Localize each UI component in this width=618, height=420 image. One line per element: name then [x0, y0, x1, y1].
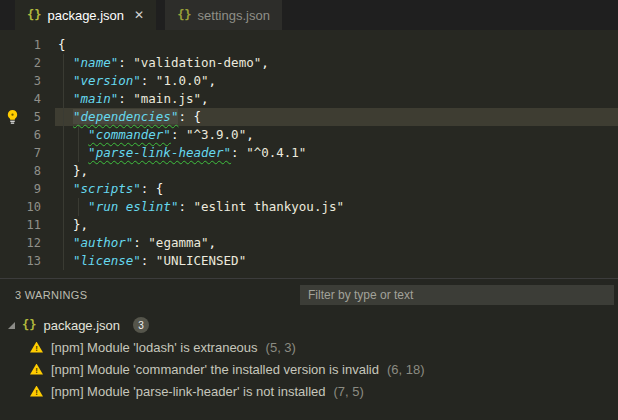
line-number: 13	[0, 252, 44, 270]
problems-header: 3 WARNINGS	[0, 279, 618, 311]
line-number: 11	[0, 216, 44, 234]
token-punc	[58, 109, 73, 124]
token-punc: :	[231, 145, 246, 160]
token-punc: :	[118, 55, 133, 70]
token-punc: ,	[261, 55, 269, 70]
token-punc: :	[118, 91, 133, 106]
code-line[interactable]: "main": "main.js",	[58, 90, 618, 108]
warnings-count-label: 3 WARNINGS	[15, 289, 87, 301]
tab-bar: {} package.json ✕ {} settings.json	[0, 0, 618, 30]
token-punc: {	[58, 37, 66, 52]
tab-label: package.json	[47, 8, 124, 23]
line-number: 2	[0, 54, 44, 72]
problem-position: (7, 5)	[334, 384, 364, 399]
line-number: 7	[0, 144, 44, 162]
code-line[interactable]: "parse-link-header": "^0.4.1"	[58, 144, 618, 162]
code-line[interactable]: "dependencies": {	[58, 108, 618, 126]
token-key: "version"	[73, 73, 141, 88]
code-editor[interactable]: 12345678910111213 { "name": "validation-…	[0, 30, 618, 278]
token-punc	[58, 127, 88, 142]
token-punc: :	[133, 235, 148, 250]
problem-row[interactable]: ![npm] Module 'commander' the installed …	[0, 358, 618, 380]
line-number: 4	[0, 90, 44, 108]
token-punc	[58, 91, 73, 106]
token-punc	[58, 73, 73, 88]
token-str: "^3.9.0"	[186, 127, 246, 142]
code-line[interactable]: "version": "1.0.0",	[58, 72, 618, 90]
token-punc: ,	[209, 235, 217, 250]
token-key: "license"	[73, 253, 141, 268]
token-key: "main"	[73, 91, 118, 106]
token-punc: :	[141, 253, 156, 268]
code-lines[interactable]: { "name": "validation-demo", "version": …	[58, 36, 618, 270]
json-icon: {}	[27, 8, 41, 22]
token-punc: },	[58, 217, 88, 232]
token-str: "^0.4.1"	[246, 145, 306, 160]
token-key: "name"	[73, 55, 118, 70]
token-key: "commander"	[88, 127, 171, 142]
token-key: "run eslint"	[88, 199, 178, 214]
file-row-package-json[interactable]: {} package.json 3	[0, 314, 618, 336]
warning-icon: !	[30, 386, 43, 397]
warning-icon: !	[30, 364, 43, 375]
token-str: "egamma"	[148, 235, 208, 250]
code-line[interactable]: "commander": "^3.9.0",	[58, 126, 618, 144]
tab-settings-json[interactable]: {} settings.json	[165, 0, 282, 30]
token-key: "author"	[73, 235, 133, 250]
file-label: package.json	[43, 318, 120, 333]
token-key: "dependencies"	[73, 109, 178, 124]
token-punc: },	[58, 163, 88, 178]
tab-label: settings.json	[198, 8, 270, 23]
token-str: "main.js"	[133, 91, 201, 106]
token-punc: : {	[178, 109, 201, 124]
tab-package-json[interactable]: {} package.json ✕	[15, 0, 156, 30]
line-number: 12	[0, 234, 44, 252]
problem-list: ![npm] Module 'lodash' is extraneous(5, …	[0, 336, 618, 402]
token-str: "validation-demo"	[133, 55, 261, 70]
code-line[interactable]: "scripts": {	[58, 180, 618, 198]
token-punc: :	[171, 127, 186, 142]
problems-panel: 3 WARNINGS {} package.json 3 ![npm] Modu…	[0, 278, 618, 420]
lightbulb-icon[interactable]	[5, 109, 20, 130]
code-line[interactable]: },	[58, 216, 618, 234]
line-number: 10	[0, 198, 44, 216]
token-punc: ,	[209, 73, 217, 88]
problem-message: [npm] Module 'parse-link-header' is not …	[51, 384, 326, 399]
token-punc: ,	[201, 91, 209, 106]
problem-message: [npm] Module 'lodash' is extraneous	[51, 340, 258, 355]
problem-count-badge: 3	[133, 317, 149, 333]
token-str: "1.0.0"	[156, 73, 209, 88]
problem-row[interactable]: ![npm] Module 'parse-link-header' is not…	[0, 380, 618, 402]
code-line[interactable]: },	[58, 162, 618, 180]
token-punc	[58, 145, 88, 160]
code-line[interactable]: "author": "egamma",	[58, 234, 618, 252]
token-key: "parse-link-header"	[88, 145, 231, 160]
code-line[interactable]: "license": "UNLICENSED"	[58, 252, 618, 270]
token-punc	[58, 253, 73, 268]
line-number: 8	[0, 162, 44, 180]
json-icon: {}	[177, 8, 191, 22]
problem-position: (5, 3)	[266, 340, 296, 355]
line-number: 9	[0, 180, 44, 198]
code-line[interactable]: {	[58, 36, 618, 54]
token-punc	[58, 235, 73, 250]
problem-position: (6, 18)	[387, 362, 425, 377]
token-punc: : {	[141, 181, 164, 196]
twistie-expanded-icon[interactable]	[8, 322, 15, 329]
json-icon: {}	[22, 318, 36, 332]
problems-tree: {} package.json 3 ![npm] Module 'lodash'…	[0, 314, 618, 402]
token-punc: :	[178, 199, 193, 214]
code-line[interactable]: "name": "validation-demo",	[58, 54, 618, 72]
token-punc	[58, 55, 73, 70]
token-str: "eslint thankyou.js"	[193, 199, 344, 214]
code-line[interactable]: "run eslint": "eslint thankyou.js"	[58, 198, 618, 216]
close-icon[interactable]: ✕	[134, 8, 144, 22]
token-punc: :	[141, 73, 156, 88]
problems-filter-input[interactable]	[300, 285, 614, 305]
token-str: "UNLICENSED"	[156, 253, 246, 268]
token-punc: ,	[246, 127, 254, 142]
problem-row[interactable]: ![npm] Module 'lodash' is extraneous(5, …	[0, 336, 618, 358]
warning-icon: !	[30, 342, 43, 353]
line-number: 1	[0, 36, 44, 54]
token-punc	[58, 181, 73, 196]
